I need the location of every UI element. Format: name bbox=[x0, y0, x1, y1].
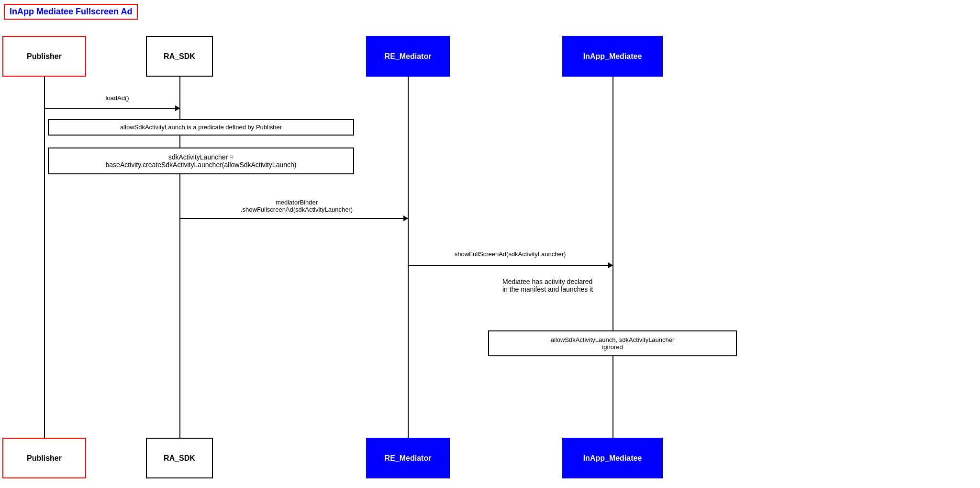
note-mediatee-activity: Mediatee has activity declared in the ma… bbox=[502, 278, 718, 293]
diagram-container: InApp Mediatee Fullscreen Ad Publisher R… bbox=[0, 0, 980, 488]
actor-re-mediator-top: RE_Mediator bbox=[366, 36, 450, 77]
actor-inapp-mediatee-bottom: InApp_Mediatee bbox=[562, 438, 663, 478]
actor-re-mediator-bottom: RE_Mediator bbox=[366, 438, 450, 478]
note-ignored: allowSdkActivityLaunch, sdkActivityLaunc… bbox=[488, 330, 737, 356]
note-sdk-activity-launcher: sdkActivityLauncher = baseActivity.creat… bbox=[48, 148, 354, 174]
label-show-fullscreen: showFullScreenAd(sdkActivityLauncher) bbox=[408, 250, 612, 258]
actor-inapp-mediatee-top: InApp_Mediatee bbox=[562, 36, 663, 77]
note-allow-sdk: allowSdkActivityLaunch is a predicate de… bbox=[48, 119, 354, 136]
actor-publisher-bottom: Publisher bbox=[2, 438, 86, 478]
arrow-load-ad bbox=[44, 108, 179, 109]
lifeline-inapp-mediatee bbox=[612, 77, 613, 438]
actor-ra-sdk-bottom: RA_SDK bbox=[146, 438, 213, 478]
lifeline-publisher bbox=[44, 77, 45, 438]
arrow-mediator-binder bbox=[179, 218, 408, 219]
actor-ra-sdk-top: RA_SDK bbox=[146, 36, 213, 77]
arrow-show-fullscreen bbox=[408, 265, 612, 266]
diagram-title: InApp Mediatee Fullscreen Ad bbox=[4, 4, 138, 20]
label-load-ad: loadAd() bbox=[69, 94, 165, 102]
label-mediator-binder: mediatorBinder .showFullscreenAd(sdkActi… bbox=[201, 199, 392, 213]
actor-publisher-top: Publisher bbox=[2, 36, 86, 77]
